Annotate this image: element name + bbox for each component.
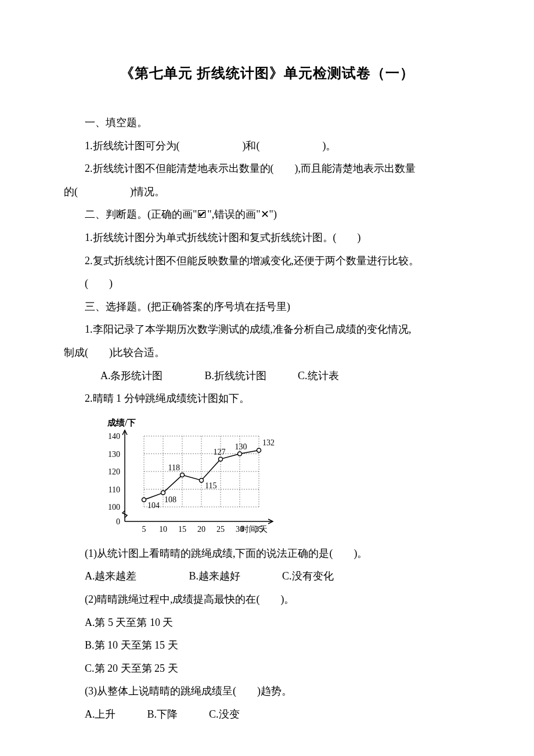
s3-q2-sub2-opt-a: A.第 5 天至第 10 天: [64, 611, 470, 635]
svg-text:0: 0: [116, 517, 120, 526]
svg-text:100: 100: [108, 503, 120, 512]
s3-q2-sub3-options: A.上升 B.下降 C.没变: [64, 703, 470, 726]
svg-point-31: [161, 491, 165, 495]
svg-text:5: 5: [142, 525, 146, 534]
s1-q2-line2: 的( )情况。: [64, 181, 470, 204]
svg-text:20: 20: [197, 525, 205, 534]
s1-q2-line1: 2.折线统计图不但能清楚地表示出数量的( ),而且能清楚地表示出数量: [64, 157, 470, 181]
s3-q2-sub3: (3)从整体上说晴晴的跳绳成绩呈( )趋势。: [64, 680, 470, 703]
svg-point-35: [200, 478, 204, 482]
svg-text:127: 127: [214, 447, 226, 456]
s3-q2-sub2-opt-c: C.第 20 天至第 25 天: [64, 657, 470, 681]
svg-text:时间/天: 时间/天: [241, 525, 268, 534]
s3-q1-options: A.条形统计图 B.折线统计图 C.统计表: [64, 365, 470, 388]
svg-point-33: [181, 473, 185, 477]
section3-heading: 三、选择题。(把正确答案的序号填在括号里): [64, 296, 470, 319]
section2-heading: 二、判断题。(正确的画"🗹",错误的画"✕"): [64, 203, 470, 226]
svg-point-39: [238, 452, 242, 456]
svg-text:108: 108: [164, 495, 176, 503]
svg-text:132: 132: [262, 438, 275, 447]
s2-q1: 1.折线统计图分为单式折线统计图和复式折线统计图。( ): [64, 226, 470, 250]
s3-q1-line1: 1.李阳记录了本学期历次数学测试的成绩,准备分析自己成绩的变化情况,: [64, 318, 470, 341]
s3-q2-stem: 2.晴晴 1 分钟跳绳成绩统计图如下。: [64, 387, 470, 411]
s3-q2-sub2: (2)晴晴跳绳过程中,成绩提高最快的在( )。: [64, 588, 470, 611]
svg-text:10: 10: [159, 525, 167, 534]
s2-q2-line2: ( ): [64, 272, 470, 296]
svg-text:118: 118: [168, 463, 180, 472]
svg-text:104: 104: [147, 501, 160, 510]
svg-text:15: 15: [178, 525, 186, 534]
svg-point-29: [142, 498, 146, 502]
svg-text:115: 115: [205, 481, 217, 490]
s3-q2-sub1: (1)从统计图上看晴晴的跳绳成绩,下面的说法正确的是( )。: [64, 542, 470, 566]
svg-point-37: [219, 457, 223, 461]
jump-rope-chart: 01001101201301405101520253035成绩/下时间/天104…: [99, 414, 470, 539]
svg-text:130: 130: [108, 449, 120, 458]
page-title: 《第七单元 折线统计图》单元检测试卷（一）: [64, 64, 470, 82]
svg-text:130: 130: [235, 442, 247, 451]
s1-q1: 1.折线统计图可分为( )和( )。: [64, 135, 470, 158]
svg-text:120: 120: [108, 467, 120, 476]
s3-q1-line2: 制成( )比较合适。: [64, 341, 470, 365]
section1-heading: 一、填空题。: [64, 111, 470, 135]
svg-text:140: 140: [108, 432, 120, 441]
svg-text:110: 110: [109, 485, 120, 494]
s3-q2-sub2-opt-b: B.第 10 天至第 15 天: [64, 634, 470, 657]
svg-point-41: [257, 448, 261, 452]
s3-q2-sub1-options: A.越来越差 B.越来越好 C.没有变化: [64, 565, 470, 588]
svg-text:成绩/下: 成绩/下: [107, 418, 136, 427]
svg-text:25: 25: [217, 525, 225, 534]
s2-q2-line1: 2.复式折线统计图不但能反映数量的增减变化,还便于两个数量进行比较。: [64, 250, 470, 273]
